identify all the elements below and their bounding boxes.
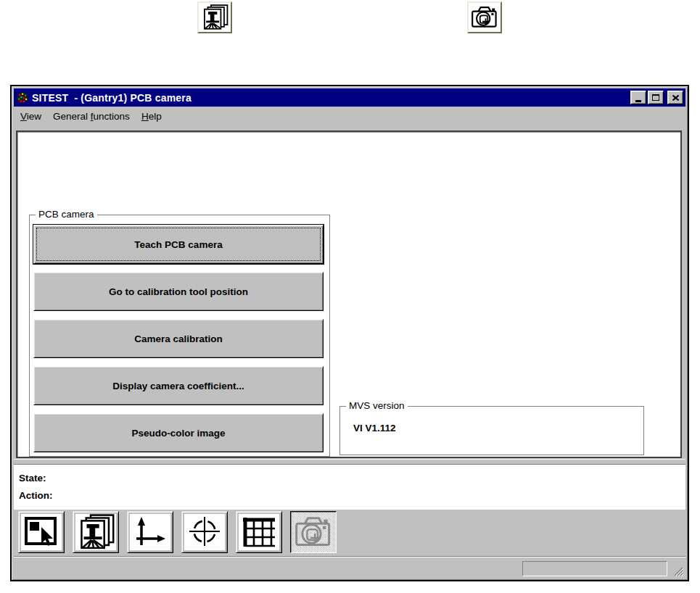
- select-cursor-icon: [21, 514, 62, 550]
- menu-general-functions[interactable]: General functions: [47, 109, 136, 124]
- toolbar: [14, 510, 685, 556]
- camera-calibration-button[interactable]: Camera calibration: [33, 319, 324, 358]
- pcb-camera-group: PCB camera Teach PCB camera Go to calibr…: [29, 215, 330, 457]
- mvs-version-group: MVS version VI V1.112: [339, 406, 644, 455]
- action-row: Action:: [19, 487, 685, 505]
- separator-bar: [14, 459, 685, 465]
- page: SITEST - (Gantry1) PCB camera View Gener…: [0, 0, 700, 593]
- resize-grip[interactable]: [672, 565, 683, 576]
- statusbar: [14, 556, 685, 579]
- crosshair-target-icon: [184, 514, 225, 550]
- client-area: PCB camera Teach PCB camera Go to calibr…: [16, 130, 682, 458]
- minimize-icon: [635, 100, 641, 102]
- pcb-camera-toolbar-button[interactable]: [290, 511, 337, 553]
- display-camera-coefficient-button[interactable]: Display camera coefficient...: [33, 366, 324, 405]
- menubar: View General functions Help: [14, 107, 685, 125]
- pcb-camera-button[interactable]: [467, 1, 502, 33]
- coordinate-axes-button[interactable]: [127, 511, 173, 553]
- teach-pcb-camera-button[interactable]: Teach PCB camera: [33, 225, 324, 264]
- pcb-camera-icon: [470, 4, 499, 30]
- maximize-button[interactable]: [648, 91, 664, 104]
- pcb-camera-group-label: PCB camera: [36, 209, 97, 220]
- machine-pages-button[interactable]: [197, 1, 232, 33]
- app-window: SITEST - (Gantry1) PCB camera View Gener…: [10, 85, 689, 581]
- pcb-machine-icon: [75, 514, 116, 550]
- minimize-button[interactable]: [630, 91, 646, 104]
- pcb-machine-icon: [200, 4, 229, 30]
- state-panel: State: Action:: [14, 465, 685, 510]
- crosshair-target-button[interactable]: [181, 511, 228, 553]
- state-label: State:: [19, 473, 46, 484]
- close-button[interactable]: [667, 91, 683, 104]
- state-row: State:: [19, 470, 685, 487]
- coordinate-axes-icon: [130, 514, 170, 550]
- app-icon[interactable]: [16, 91, 29, 104]
- maximize-icon: [652, 94, 659, 101]
- menu-help[interactable]: Help: [136, 109, 168, 124]
- grid-button[interactable]: [236, 511, 282, 553]
- pcb-camera-icon: [293, 514, 334, 550]
- close-icon: [672, 95, 679, 101]
- mvs-version-value: VI V1.112: [353, 423, 396, 434]
- window-title: SITEST - (Gantry1) PCB camera: [32, 92, 629, 104]
- mvs-version-group-label: MVS version: [346, 400, 408, 411]
- status-field: [522, 561, 667, 576]
- select-tool-button[interactable]: [18, 511, 65, 553]
- action-label: Action:: [19, 490, 53, 501]
- go-to-calibration-tool-position-button[interactable]: Go to calibration tool position: [33, 272, 324, 311]
- pseudo-color-image-button[interactable]: Pseudo-color image: [33, 413, 324, 452]
- grid-icon: [239, 514, 279, 550]
- menu-view[interactable]: View: [15, 109, 47, 124]
- titlebar: SITEST - (Gantry1) PCB camera: [14, 88, 685, 107]
- machine-pages-toolbar-button[interactable]: [73, 511, 119, 553]
